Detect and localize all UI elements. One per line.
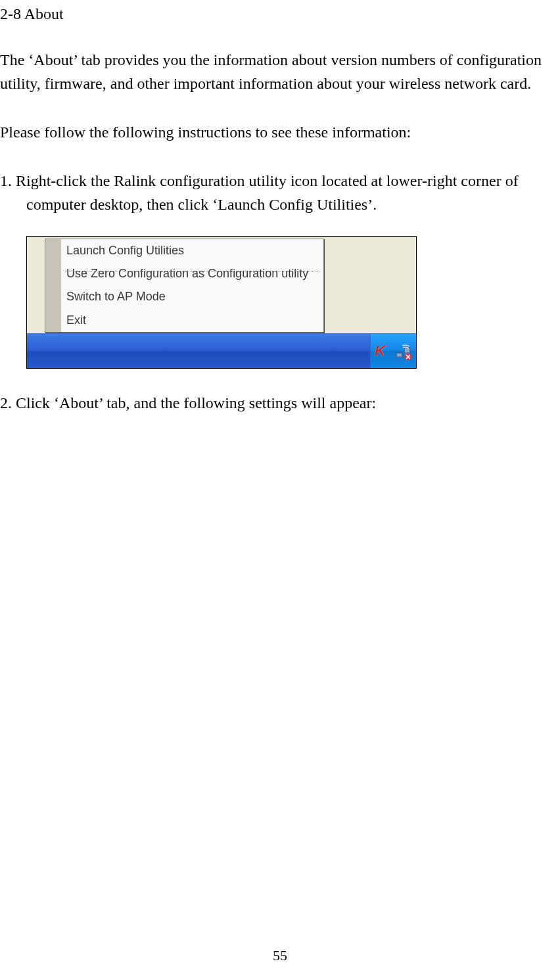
svg-rect-3 [405, 348, 409, 352]
section-title: 2-8 About [0, 5, 559, 23]
page-number: 55 [0, 947, 560, 964]
instructions-paragraph: Please follow the following instructions… [0, 120, 559, 144]
taskbar: K [27, 333, 416, 368]
menu-item-switch-ap-mode[interactable]: Switch to AP Mode [45, 285, 323, 308]
step-1-number: 1. [0, 172, 12, 189]
menu-item-exit[interactable]: Exit [45, 309, 323, 332]
menu-dotted-underline [65, 271, 319, 271]
intro-paragraph: The ‘About’ tab provides you the informa… [0, 48, 559, 95]
step-1: 1. Right-click the Ralink configuration … [0, 169, 559, 216]
menu-item-launch-config[interactable]: Launch Config Utilities [45, 239, 323, 262]
step-1-text: Right-click the Ralink configuration uti… [16, 172, 519, 213]
system-tray: K [370, 334, 416, 368]
screenshot-context-menu: Launch Config Utilities Use Zero Configu… [26, 236, 417, 369]
step-2: 2. Click ‘About’ tab, and the following … [0, 391, 559, 415]
menu-item-use-zero-config[interactable]: Use Zero Configuration as Configuration … [45, 262, 323, 285]
antivirus-tray-icon[interactable]: K [375, 342, 392, 360]
svg-rect-1 [397, 354, 402, 356]
step-list: 1. Right-click the Ralink configuration … [0, 169, 559, 216]
wireless-tray-icon[interactable] [394, 342, 412, 360]
context-menu: Launch Config Utilities Use Zero Configu… [45, 239, 324, 333]
